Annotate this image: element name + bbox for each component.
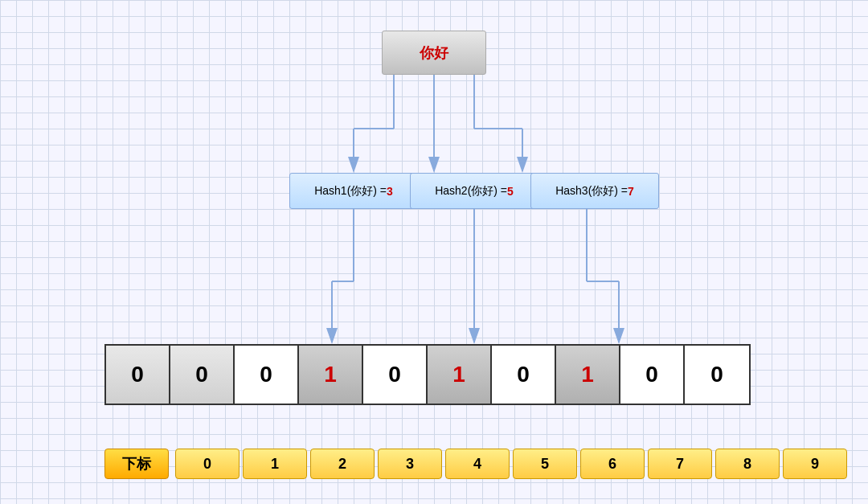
array-cell-8: 0 bbox=[620, 346, 685, 404]
array-cell-6: 0 bbox=[492, 346, 556, 404]
root-node-label: 你好 bbox=[420, 43, 448, 63]
index-cell-5: 5 bbox=[513, 449, 577, 479]
array-cell-9: 0 bbox=[685, 346, 749, 404]
array-cell-7: 1 bbox=[556, 346, 620, 404]
hash3-prefix: Hash3(你好) = bbox=[555, 184, 628, 199]
array-cell-2: 0 bbox=[235, 346, 299, 404]
array-container: 0001010100 bbox=[104, 344, 751, 405]
hash2-prefix: Hash2(你好) = bbox=[435, 184, 507, 199]
hash-node-1: Hash1(你好) = 3 bbox=[289, 173, 418, 209]
index-cell-1: 1 bbox=[243, 449, 307, 479]
index-label: 下标 bbox=[104, 449, 169, 479]
index-cell-0: 0 bbox=[175, 449, 240, 479]
index-cell-4: 4 bbox=[445, 449, 510, 479]
hash-node-2: Hash2(你好) = 5 bbox=[410, 173, 538, 209]
hash-node-3: Hash3(你好) = 7 bbox=[530, 173, 659, 209]
array-cell-5: 1 bbox=[428, 346, 492, 404]
canvas: 你好 Hash1(你好) = 3 Hash2(你好) = 5 Hash3(你好)… bbox=[0, 0, 868, 504]
index-row: 下标 0123456789 bbox=[104, 449, 850, 479]
index-cell-8: 8 bbox=[715, 449, 780, 479]
index-cell-9: 9 bbox=[783, 449, 847, 479]
array-cell-4: 0 bbox=[363, 346, 428, 404]
index-cell-3: 3 bbox=[378, 449, 442, 479]
index-cell-7: 7 bbox=[648, 449, 712, 479]
index-cell-2: 2 bbox=[310, 449, 375, 479]
index-cell-6: 6 bbox=[580, 449, 645, 479]
array-cell-1: 0 bbox=[170, 346, 235, 404]
root-node: 你好 bbox=[382, 31, 486, 75]
hash2-value: 5 bbox=[507, 185, 514, 198]
array-cell-3: 1 bbox=[299, 346, 363, 404]
hash1-value: 3 bbox=[387, 185, 393, 198]
arrows-diagram bbox=[0, 0, 868, 504]
hash3-value: 7 bbox=[628, 185, 634, 198]
array-cell-0: 0 bbox=[106, 346, 170, 404]
hash1-prefix: Hash1(你好) = bbox=[314, 184, 387, 199]
